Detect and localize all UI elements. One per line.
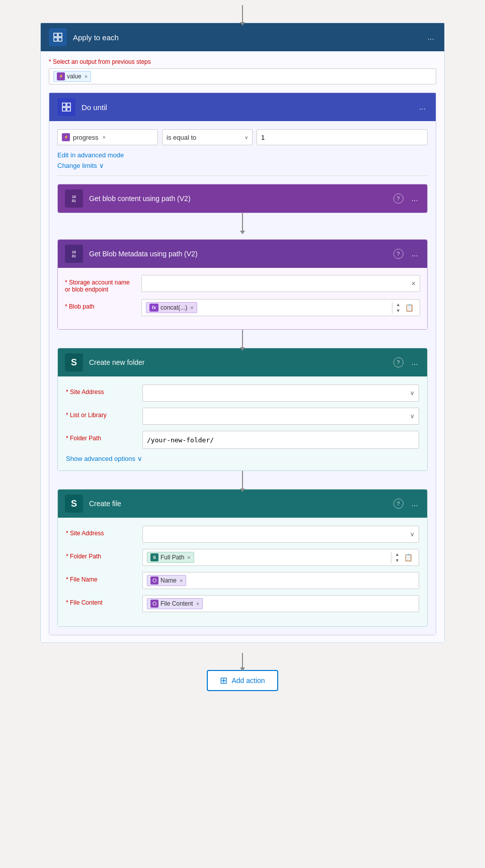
condition-op-box[interactable]: is equal to ∨ — [162, 129, 253, 145]
full-path-token: S Full Path × — [147, 552, 194, 563]
apply-to-each-icon — [49, 28, 67, 46]
storage-account-row: * Storage account name or blob endpoint … — [65, 275, 420, 293]
create-file-card: S Create file ? ... * Site Addre — [57, 489, 428, 627]
blob-path-down-btn[interactable]: ▼ — [394, 308, 402, 314]
name-token-text: Name — [160, 577, 177, 584]
file-content-token-text: File Content — [160, 600, 193, 607]
value-token-icon: ⚡ — [57, 72, 65, 80]
create-file-help[interactable]: ? — [393, 499, 403, 509]
condition-val-box[interactable] — [257, 129, 428, 145]
crf-folder-path-folder-btn[interactable]: 📋 — [402, 553, 415, 561]
condition-row: ⚡ progress × is equal to ∨ — [57, 129, 428, 145]
do-until-header[interactable]: Do until ... — [49, 93, 436, 121]
create-folder-card: S Create new folder ? ... * Site — [57, 348, 428, 471]
get-blob-metadata-menu-btn[interactable]: ... — [410, 249, 420, 259]
add-action-button[interactable]: ⊞ Add action — [207, 670, 278, 691]
file-content-token-icon: ⬡ — [150, 600, 158, 608]
progress-token-close[interactable]: × — [103, 134, 106, 140]
name-token-icon: ⬡ — [150, 576, 158, 585]
change-limits-label: Change limits — [57, 162, 97, 169]
blob-path-row: * Blob path fx concat(...) × — [65, 299, 420, 316]
add-action-icon: ⊞ — [220, 676, 227, 685]
create-folder-help[interactable]: ? — [393, 357, 403, 367]
crf-file-content-input[interactable]: ⬡ File Content × — [142, 595, 419, 612]
condition-token-box: ⚡ progress × — [57, 129, 158, 145]
concat-token-close[interactable]: × — [190, 305, 193, 311]
condition-op-arrow: ∨ — [245, 135, 248, 140]
value-token: ⚡ value × — [53, 71, 91, 82]
do-until-body: ⚡ progress × is equal to ∨ — [49, 121, 436, 635]
cf-site-address-label: * Site Address — [66, 384, 136, 396]
get-blob-content-help[interactable]: ? — [393, 194, 403, 204]
crf-folder-path-down-btn[interactable]: ▼ — [393, 558, 401, 563]
blob-path-side-btns: ▲ ▼ — [392, 302, 402, 314]
create-file-body: * Site Address ∨ * Folder Pat — [58, 518, 427, 626]
crf-file-name-input[interactable]: ⬡ Name × — [142, 572, 419, 589]
create-folder-actions: ? ... — [393, 357, 420, 367]
cf-site-address-chevron: ∨ — [410, 390, 415, 397]
top-connector-arrow — [40, 0, 445, 23]
cf-site-address-field: ∨ — [142, 384, 419, 402]
crf-site-address-label: * Site Address — [66, 526, 136, 537]
cf-list-library-input[interactable]: ∨ — [142, 408, 419, 425]
get-blob-content-menu-btn[interactable]: ... — [410, 194, 420, 204]
get-blob-metadata-actions: ? ... — [393, 249, 420, 259]
blob-path-folder-btn[interactable]: 📋 — [403, 304, 416, 312]
svg-rect-0 — [54, 33, 57, 37]
svg-rect-1 — [58, 33, 62, 37]
crf-folder-path-up-btn[interactable]: ▲ — [393, 552, 401, 557]
select-output-label: * Select an output from previous steps — [49, 58, 436, 65]
do-until-title: Do until — [82, 103, 417, 112]
apply-to-each-header[interactable]: Apply to each ... — [41, 23, 444, 51]
cf-folder-path-label: * Folder Path — [66, 431, 136, 442]
create-folder-title: Create new folder — [89, 358, 393, 366]
apply-to-each-menu-btn[interactable]: ... — [426, 32, 436, 42]
create-folder-menu-btn[interactable]: ... — [410, 357, 420, 367]
value-token-text: value — [67, 73, 82, 80]
crf-file-content-field: ⬡ File Content × — [142, 595, 419, 612]
connector-blob-content-metadata — [57, 213, 428, 231]
cf-list-library-row: * List or Library ∨ — [66, 408, 419, 425]
crf-site-address-field: ∨ — [142, 526, 419, 543]
do-until-menu-btn[interactable]: ... — [417, 102, 428, 112]
cf-site-address-input[interactable]: ∨ — [142, 384, 419, 402]
name-token: ⬡ Name × — [147, 575, 186, 586]
show-advanced-options-btn[interactable]: Show advanced options ∨ — [66, 455, 142, 462]
crf-folder-path-input[interactable]: S Full Path × ▲ ▼ — [142, 549, 419, 566]
file-content-token-close[interactable]: × — [196, 601, 199, 607]
edit-advanced-btn[interactable]: Edit in advanced mode — [57, 151, 124, 159]
progress-token-input[interactable]: ⚡ progress × — [57, 129, 158, 145]
do-until-icon — [57, 98, 75, 116]
name-token-close[interactable]: × — [180, 577, 183, 584]
blob-path-up-btn[interactable]: ▲ — [394, 302, 402, 308]
full-path-token-close[interactable]: × — [187, 554, 190, 560]
crf-file-name-field: ⬡ Name × — [142, 572, 419, 589]
fx-icon: fx — [149, 304, 158, 312]
get-blob-metadata-title: Get Blob Metadata using path (V2) — [89, 250, 393, 258]
get-blob-metadata-help[interactable]: ? — [393, 249, 403, 259]
value-token-close[interactable]: × — [85, 73, 88, 79]
blob-path-input[interactable]: fx concat(...) × ▲ ▼ — [141, 299, 420, 316]
condition-value-input[interactable] — [257, 129, 428, 145]
create-file-menu-btn[interactable]: ... — [410, 499, 420, 509]
change-limits-btn[interactable]: Change limits ∨ — [57, 162, 104, 169]
create-file-header[interactable]: S Create file ? ... — [58, 490, 427, 518]
blob-path-field: fx concat(...) × ▲ ▼ — [141, 299, 420, 316]
storage-account-input[interactable]: × — [141, 275, 420, 292]
create-file-actions: ? ... — [393, 499, 420, 509]
do-until-card: Do until ... ⚡ progress × — [49, 92, 436, 635]
full-path-token-text: Full Path — [160, 554, 184, 561]
create-file-title: Create file — [89, 500, 393, 508]
crf-site-address-input[interactable]: ∨ — [142, 526, 419, 543]
apply-to-each-card: Apply to each ... * Select an output fro… — [40, 23, 445, 643]
create-folder-icon: S — [65, 353, 83, 371]
select-output-input[interactable]: ⚡ value × — [49, 68, 436, 84]
get-blob-metadata-header[interactable]: 10 01 Get Blob Metadata using path (V2) … — [58, 240, 427, 268]
do-until-wrapper: Do until ... ⚡ progress × — [49, 92, 436, 635]
cf-folder-path-input[interactable] — [142, 431, 419, 449]
blob-path-label: * Blob path — [65, 299, 135, 310]
svg-rect-4 — [62, 103, 66, 107]
storage-account-clear-btn[interactable]: × — [412, 279, 416, 287]
get-blob-content-header[interactable]: 10 01 Get blob content using path (V2) ?… — [58, 184, 427, 213]
create-folder-header[interactable]: S Create new folder ? ... — [58, 348, 427, 376]
